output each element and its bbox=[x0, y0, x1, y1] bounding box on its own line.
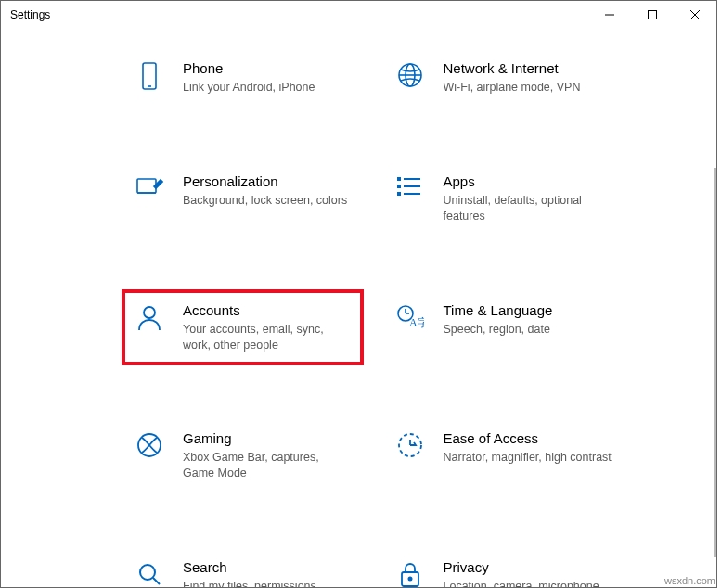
watermark: wsxdn.com bbox=[664, 575, 715, 586]
svg-rect-4 bbox=[143, 63, 156, 89]
tile-time-language[interactable]: A字 Time & Language Speech, region, date bbox=[382, 289, 624, 366]
tile-desc: Speech, region, date bbox=[444, 322, 613, 338]
tile-apps[interactable]: Apps Uninstall, defaults, optional featu… bbox=[382, 160, 624, 237]
settings-window: Settings bbox=[0, 0, 717, 588]
svg-rect-11 bbox=[397, 177, 401, 181]
person-icon bbox=[133, 302, 166, 332]
svg-rect-16 bbox=[404, 193, 420, 195]
tile-desc: Find my files, permissions bbox=[183, 579, 353, 587]
svg-point-17 bbox=[144, 307, 155, 318]
tile-network[interactable]: Network & Internet Wi-Fi, airplane mode,… bbox=[382, 47, 624, 109]
tile-desc: Narrator, magnifier, high contrast bbox=[444, 450, 613, 466]
tile-title: Accounts bbox=[183, 302, 353, 318]
tile-search[interactable]: Search Find my files, permissions bbox=[122, 546, 364, 587]
tile-desc: Wi-Fi, airplane mode, VPN bbox=[444, 80, 613, 96]
maximize-button[interactable] bbox=[631, 1, 674, 29]
window-controls bbox=[588, 1, 716, 29]
tile-title: Apps bbox=[444, 173, 613, 189]
svg-rect-9 bbox=[137, 179, 156, 193]
minimize-button[interactable] bbox=[588, 1, 631, 29]
window-title: Settings bbox=[10, 8, 50, 21]
tile-personalization[interactable]: Personalization Background, lock screen,… bbox=[122, 160, 364, 237]
settings-grid: Phone Link your Android, iPhone Net bbox=[122, 47, 624, 587]
tile-gaming[interactable]: Gaming Xbox Game Bar, captures, Game Mod… bbox=[122, 417, 364, 494]
tile-desc: Uninstall, defaults, optional features bbox=[444, 193, 613, 224]
lock-icon bbox=[393, 559, 427, 587]
tile-desc: Your accounts, email, sync, work, other … bbox=[183, 322, 353, 353]
svg-rect-12 bbox=[404, 178, 420, 180]
tile-desc: Background, lock screen, colors bbox=[183, 193, 353, 209]
svg-point-28 bbox=[408, 578, 411, 581]
tile-title: Personalization bbox=[183, 173, 353, 189]
tile-desc: Location, camera, microphone bbox=[444, 579, 613, 587]
tile-accounts[interactable]: Accounts Your accounts, email, sync, wor… bbox=[122, 289, 364, 366]
svg-text:A字: A字 bbox=[409, 316, 424, 329]
paintbrush-icon bbox=[133, 173, 166, 201]
svg-rect-15 bbox=[397, 192, 401, 196]
tile-desc: Link your Android, iPhone bbox=[183, 80, 353, 96]
scrollbar[interactable] bbox=[714, 168, 716, 557]
tile-title: Phone bbox=[183, 60, 353, 76]
ease-of-access-icon bbox=[393, 430, 427, 458]
tile-privacy[interactable]: Privacy Location, camera, microphone bbox=[382, 546, 624, 587]
globe-icon bbox=[393, 60, 427, 88]
tile-title: Ease of Access bbox=[444, 430, 613, 446]
tile-phone[interactable]: Phone Link your Android, iPhone bbox=[122, 47, 364, 109]
svg-line-26 bbox=[153, 578, 160, 584]
tile-title: Privacy bbox=[444, 559, 613, 575]
xbox-icon bbox=[133, 430, 166, 458]
tile-title: Search bbox=[183, 559, 353, 575]
tile-title: Time & Language bbox=[444, 302, 613, 318]
time-language-icon: A字 bbox=[393, 302, 427, 330]
svg-rect-14 bbox=[404, 185, 420, 187]
tile-title: Network & Internet bbox=[444, 60, 613, 76]
svg-point-25 bbox=[140, 565, 155, 580]
search-icon bbox=[133, 559, 166, 587]
phone-icon bbox=[133, 60, 166, 92]
tile-desc: Xbox Game Bar, captures, Game Mode bbox=[183, 450, 353, 481]
content-area: Phone Link your Android, iPhone Net bbox=[1, 29, 716, 587]
close-button[interactable] bbox=[674, 1, 716, 29]
tile-ease-of-access[interactable]: Ease of Access Narrator, magnifier, high… bbox=[382, 417, 624, 494]
tile-title: Gaming bbox=[183, 430, 353, 446]
svg-rect-13 bbox=[397, 185, 401, 188]
svg-rect-1 bbox=[649, 11, 657, 19]
apps-list-icon bbox=[393, 173, 427, 199]
titlebar: Settings bbox=[1, 1, 716, 29]
